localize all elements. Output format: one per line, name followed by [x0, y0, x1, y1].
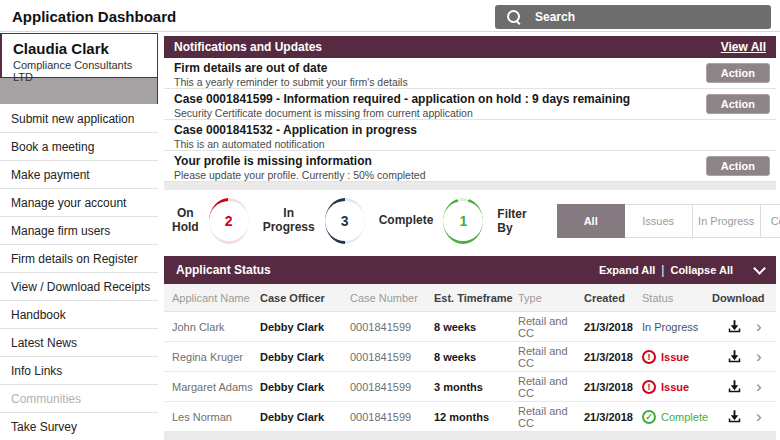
- chevron-down-icon[interactable]: [753, 262, 766, 275]
- download-icon[interactable]: [712, 349, 756, 364]
- case-officer: Debby Clark: [260, 321, 350, 333]
- complete-label: Complete: [379, 214, 434, 228]
- col-applicant-name: Applicant Name: [172, 292, 260, 304]
- table-row: Les Norman Debby Clark 0001841599 12 mon…: [164, 402, 776, 432]
- action-button[interactable]: Action: [706, 94, 770, 114]
- filter-issues-button[interactable]: Issues: [625, 204, 693, 238]
- est-timeframe: 8 weeks: [434, 351, 518, 363]
- download-icon[interactable]: [712, 379, 756, 394]
- sidebar-item-latest-news[interactable]: Latest News: [0, 329, 158, 357]
- sidebar-item-communities: Communities: [0, 385, 158, 413]
- status-counters-row: On Hold 2 In Progress 3 Complete 1 Filte…: [164, 190, 776, 252]
- est-timeframe: 8 weeks: [434, 321, 518, 333]
- sidebar-item-manage-your-account[interactable]: Manage your account: [0, 189, 158, 217]
- issue-icon: !: [642, 380, 656, 394]
- filter-in-progress-button[interactable]: In Progress: [693, 204, 761, 238]
- on-hold-progress-ring: 2: [209, 198, 249, 244]
- notifications-title: Notifications and Updates: [174, 40, 322, 54]
- case-number: 0001841599: [350, 381, 434, 393]
- sidebar-item-info-links[interactable]: Info Links: [0, 357, 158, 385]
- in-progress-count: 3: [325, 201, 365, 241]
- status-badge: ! Issue: [642, 380, 712, 394]
- expand-all-link[interactable]: Expand All: [599, 264, 655, 276]
- case-officer: Debby Clark: [260, 381, 350, 393]
- created-date: 21/3/2018: [584, 321, 642, 333]
- sidebar-menu: Submit new application Book a meeting Ma…: [0, 105, 158, 440]
- type: Retail and CC: [518, 315, 584, 339]
- case-number: 0001841599: [350, 351, 434, 363]
- filter-complete-button[interactable]: Complete: [761, 204, 780, 238]
- filter-group: Filter By All Issues In Progress Complet…: [497, 204, 780, 238]
- table-header-row: Applicant Name Case Officer Case Number …: [164, 284, 776, 312]
- notification-case-0001841532: Case 0001841532 - Application in progres…: [164, 120, 776, 151]
- notification-case-0001841599: Case 0001841599 - Information required -…: [164, 89, 776, 120]
- case-officer: Debby Clark: [260, 351, 350, 363]
- sidebar-item-manage-firm-users[interactable]: Manage firm users: [0, 217, 158, 245]
- user-name: Claudia Clark: [13, 40, 146, 57]
- sidebar-item-book-a-meeting[interactable]: Book a meeting: [0, 133, 158, 161]
- sidebar-item-handbook[interactable]: Handbook: [0, 301, 158, 329]
- user-card: Claudia Clark Compliance Consultants LTD: [0, 33, 158, 78]
- case-officer: Debby Clark: [260, 411, 350, 423]
- notification-firm-details: Firm details are out of date This a year…: [164, 58, 776, 89]
- sidebar-item-make-payment[interactable]: Make payment: [0, 161, 158, 189]
- issue-icon: !: [642, 350, 656, 364]
- filter-all-button[interactable]: All: [557, 204, 625, 238]
- notifications-header: Notifications and Updates View All: [164, 36, 776, 58]
- notification-subtitle: This a yearly reminder to submit your fi…: [174, 76, 776, 88]
- type: Retail and CC: [518, 405, 584, 429]
- sidebar-item-view-download-receipts[interactable]: View / Download Receipts: [0, 273, 158, 301]
- top-header: Application Dashboard Search: [0, 0, 780, 32]
- view-all-link[interactable]: View All: [721, 40, 766, 54]
- type: Retail and CC: [518, 375, 584, 399]
- applicant-name: Margaret Adams: [172, 381, 260, 393]
- col-est-timeframe: Est. Timeframe: [434, 292, 518, 304]
- notification-title: Case 0001841599 - Information required -…: [174, 92, 776, 106]
- collapse-all-link[interactable]: Collapse All: [670, 264, 733, 276]
- action-button[interactable]: Action: [706, 156, 770, 176]
- case-number: 0001841599: [350, 411, 434, 423]
- sidebar-item-take-survey[interactable]: Take Survey: [0, 413, 158, 440]
- type: Retail and CC: [518, 345, 584, 369]
- applicant-name: John Clark: [172, 321, 260, 333]
- case-number: 0001841599: [350, 321, 434, 333]
- chevron-right-icon[interactable]: ›: [756, 318, 778, 335]
- filter-by-label: Filter By: [497, 207, 542, 235]
- notification-subtitle: Security Certificate document is missing…: [174, 107, 776, 119]
- sidebar: Claudia Clark Compliance Consultants LTD…: [0, 33, 158, 440]
- search-label: Search: [535, 10, 575, 24]
- chevron-right-icon[interactable]: ›: [756, 348, 778, 365]
- on-hold-count: 2: [209, 201, 249, 241]
- est-timeframe: 12 months: [434, 411, 518, 423]
- col-created: Created: [584, 292, 642, 304]
- separator: |: [661, 263, 664, 277]
- status-badge: ✓ Complete: [642, 410, 712, 424]
- col-case-number: Case Number: [350, 292, 434, 304]
- action-button[interactable]: Action: [706, 63, 770, 83]
- notification-subtitle: This is an automated notification: [174, 138, 776, 150]
- notification-profile-missing: Your profile is missing information Plea…: [164, 151, 776, 182]
- in-progress-progress-ring: 3: [325, 198, 365, 244]
- sidebar-item-firm-details-on-register[interactable]: Firm details on Register: [0, 245, 158, 273]
- applicant-status-header: Applicant Status Expand All | Collapse A…: [164, 256, 776, 284]
- notification-subtitle: Please update your profile. Currently : …: [174, 169, 776, 181]
- main-content: Notifications and Updates View All Firm …: [164, 36, 776, 440]
- table-row: John Clark Debby Clark 0001841599 8 week…: [164, 312, 776, 342]
- sidebar-item-submit-new-application[interactable]: Submit new application: [0, 105, 158, 133]
- est-timeframe: 3 months: [434, 381, 518, 393]
- col-status: Status: [642, 292, 712, 304]
- notification-title: Case 0001841532 - Application in progres…: [174, 123, 776, 137]
- download-icon[interactable]: [712, 319, 756, 334]
- download-icon[interactable]: [712, 409, 756, 424]
- status-badge: ! Issue: [642, 350, 712, 364]
- section-gap: [164, 182, 776, 190]
- table-row: Margaret Adams Debby Clark 0001841599 3 …: [164, 372, 776, 402]
- notification-title: Firm details are out of date: [174, 61, 776, 75]
- complete-count: 1: [443, 201, 483, 241]
- chevron-right-icon[interactable]: ›: [756, 408, 778, 425]
- search-input[interactable]: Search: [495, 5, 771, 29]
- on-hold-label: On Hold: [172, 207, 199, 235]
- col-download: Download: [712, 292, 756, 304]
- chevron-right-icon[interactable]: ›: [756, 378, 778, 395]
- bottom-strip: [164, 432, 776, 440]
